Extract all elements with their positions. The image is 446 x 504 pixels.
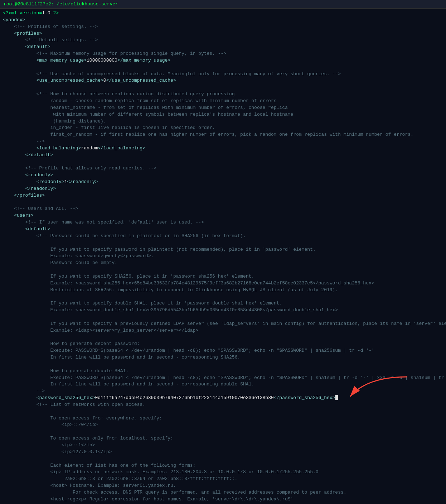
terminal-line [3,428,443,435]
terminal-line: <host> Hostname. Example: server01.yande… [3,483,443,489]
terminal-line: <?xml version=1.0 ?> [3,10,443,17]
terminal-line: <readonly>1</readonly> [3,179,443,186]
terminal-line: <default> [3,44,443,51]
terminal-line: If you want to specify double SHA1, plac… [3,300,443,307]
terminal-line: <ip>::1</ip> [3,442,443,449]
terminal-line: <readonly> [3,172,443,179]
terminal-line: </profiles> [3,192,443,199]
terminal-line [3,267,443,273]
terminal-line: In first line will be password and in se… [3,354,443,361]
terminal-line: <!-- List of networks with open access. [3,402,443,408]
terminal-line: <yandex> [3,17,443,24]
terminal-line [3,240,443,246]
terminal-line: <users> [3,212,443,219]
terminal-line: Each element of list has one of the foll… [3,462,443,469]
terminal-line: <!-- Maximum memory usage for processing… [3,51,443,57]
terminal-line: Execute: PASSWORD=$(base64 < /dev/urando… [3,347,443,354]
terminal-line: <!-- Profile that allows only read queri… [3,165,443,172]
terminal-content[interactable]: <?xml version=1.0 ?><yandex> <!-- Profil… [0,9,446,504]
terminal-line [3,408,443,415]
terminal-line: <host_regexp> Regular expression for hos… [3,496,443,503]
terminal-line: in_order - first live replica is chosen … [3,125,443,131]
terminal-line [3,199,443,206]
title-bar: root@20c8111f27c2: /etc/clickhouse-serve… [0,0,446,9]
terminal-line [3,64,443,71]
terminal-line: <!-- Users and ACL. --> [3,206,443,212]
terminal-line: To open access only from localhost, spec… [3,435,443,442]
terminal-line: In first line will be password and in se… [3,381,443,388]
terminal-line: --> [3,138,443,145]
terminal-line: <profiles> [3,30,443,37]
terminal-line: with minimum number of different symbols… [3,111,443,118]
terminal-line: (Hamming distance). [3,118,443,125]
terminal-line: Example: <password_double_sha1_hex>e3957… [3,307,443,314]
terminal-line: nearest_hostname - from set of replicas … [3,105,443,111]
terminal-line: Restrictions of SHA256: impossibility to… [3,287,443,294]
terminal-line: <!-- Profiles of settings. --> [3,24,443,30]
terminal-line: <password_sha256_hex>0d111f6a247ddb94c26… [3,395,443,402]
terminal-line: first_or_random - if first replica one h… [3,131,443,138]
terminal-line [3,159,443,165]
terminal-line: How to generate decent password: [3,341,443,347]
terminal-line: <default> [3,226,443,233]
terminal-line: Execute: PASSWORD=$(base64 < /dev/urando… [3,375,443,381]
terminal-line: 2a02:6b8::3 or 2a02:6b8::3/64 or 2a02:6b… [3,476,443,483]
terminal-line: For check access, DNS PTR query is perfo… [3,489,443,496]
terminal-line: How to generate double SHA1: [3,368,443,375]
terminal-line: <ip>::/0</ip> [3,422,443,428]
terminal-line: Password could be empty. [3,260,443,267]
terminal-line: <max_memory_usage>10000000000</max_memor… [3,57,443,64]
terminal-line: Example: <ldap><server>my_ldap_server</s… [3,327,443,334]
terminal-line [3,334,443,341]
terminal-line: random - choose random replica from set … [3,98,443,105]
terminal-line [3,293,443,300]
terminal-line: <load_balancing>random</load_balancing> [3,145,443,152]
terminal-line: <!-- Use cache of uncompressed blocks of… [3,71,443,78]
terminal-line: <!-- If user name was not specified, 'de… [3,219,443,226]
terminal-line [3,361,443,368]
terminal-line: --> [3,388,443,395]
terminal-line: <!-- Default settings. --> [3,37,443,44]
terminal-line: <use_uncompressed_cache>0</use_uncompres… [3,77,443,84]
terminal-line: <ip> IP-address or network mask. Example… [3,469,443,476]
terminal-line: Example: <password_sha256_hex>65e84be335… [3,280,443,287]
terminal-line: To open access from everywhere, specify: [3,415,443,422]
terminal-line [3,314,443,321]
terminal-line: </default> [3,152,443,159]
terminal-window: root@20c8111f27c2: /etc/clickhouse-serve… [0,0,446,504]
terminal-line: If you want to specify password in plain… [3,246,443,253]
terminal-line: <!-- How to choose between replicas duri… [3,91,443,98]
title-text: root@20c8111f27c2: /etc/clickhouse-serve… [4,1,118,7]
terminal-line: If you want to specify SHA256, place it … [3,273,443,280]
terminal-line: </readonly> [3,186,443,192]
terminal-line [3,456,443,462]
terminal-line: Example: <password>qwerty</password>. [3,253,443,260]
terminal-line [3,84,443,91]
terminal-line: <!-- Password could be specified in plai… [3,233,443,240]
terminal-line: If you want to specify a previously defi… [3,321,443,327]
terminal-line: <ip>127.0.0.1</ip> [3,449,443,456]
terminal-line: To check access, DNS PTR query is perfor… [3,503,443,504]
